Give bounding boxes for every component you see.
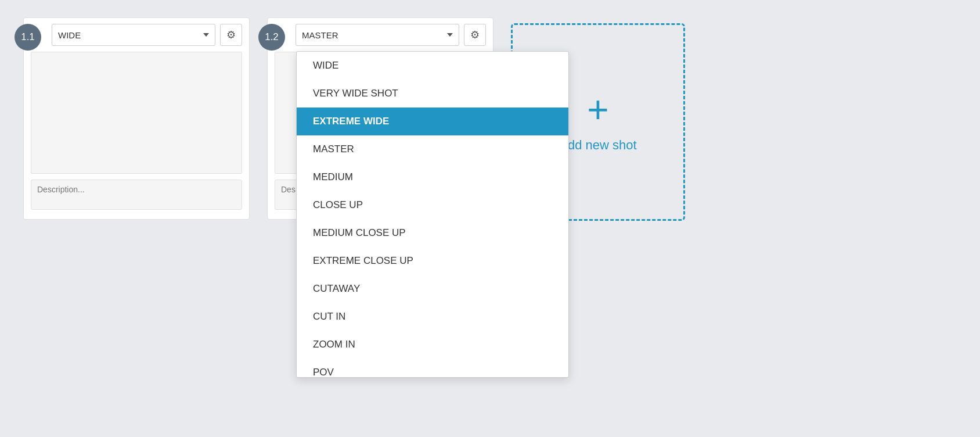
gear-button-2[interactable]: ⚙ [464,24,486,46]
shot-controls-2: MASTER ⚙ [296,24,486,46]
shot-card-2-wrapper: 1.2 MASTER ⚙ WIDEVERY WIDE SHOTEXTREME W… [267,17,493,220]
dropdown-option[interactable]: WIDE [297,52,568,80]
shots-row: 1.1 WIDE ⚙ 1.2 MASTER [23,17,685,221]
shot-thumbnail-1 [31,52,242,174]
shot-type-select-1[interactable]: WIDE [52,24,215,46]
dropdown-option[interactable]: MEDIUM CLOSE UP [297,219,568,247]
shot-type-dropdown: WIDEVERY WIDE SHOTEXTREME WIDEMASTERMEDI… [296,51,569,378]
shot-controls-1: WIDE ⚙ [52,24,242,46]
shot-type-select-2[interactable]: MASTER [296,24,459,46]
shot-number-1: 1.1 [15,24,41,51]
shot-card-1: 1.1 WIDE ⚙ [23,17,250,220]
add-new-shot-label: Add new shot [559,138,636,153]
dropdown-option[interactable]: CUT IN [297,303,568,331]
dropdown-option[interactable]: EXTREME CLOSE UP [297,247,568,275]
dropdown-option[interactable]: ZOOM IN [297,331,568,359]
shot-description-1[interactable] [31,180,242,210]
shot-header-2: 1.2 MASTER ⚙ [268,18,493,52]
dropdown-option[interactable]: VERY WIDE SHOT [297,80,568,108]
dropdown-option[interactable]: EXTREME WIDE [297,108,568,135]
gear-icon-2: ⚙ [470,28,480,41]
shot-number-2: 1.2 [258,24,285,51]
dropdown-option[interactable]: MEDIUM [297,163,568,191]
dropdown-option[interactable]: CLOSE UP [297,191,568,219]
dropdown-list: WIDEVERY WIDE SHOTEXTREME WIDEMASTERMEDI… [297,52,568,377]
dropdown-option[interactable]: MASTER [297,135,568,163]
shot-header-1: 1.1 WIDE ⚙ [24,18,249,52]
dropdown-option[interactable]: POV [297,359,568,377]
gear-button-1[interactable]: ⚙ [220,24,242,46]
gear-icon-1: ⚙ [226,28,236,41]
plus-icon: + [587,91,608,128]
dropdown-option[interactable]: CUTAWAY [297,275,568,303]
